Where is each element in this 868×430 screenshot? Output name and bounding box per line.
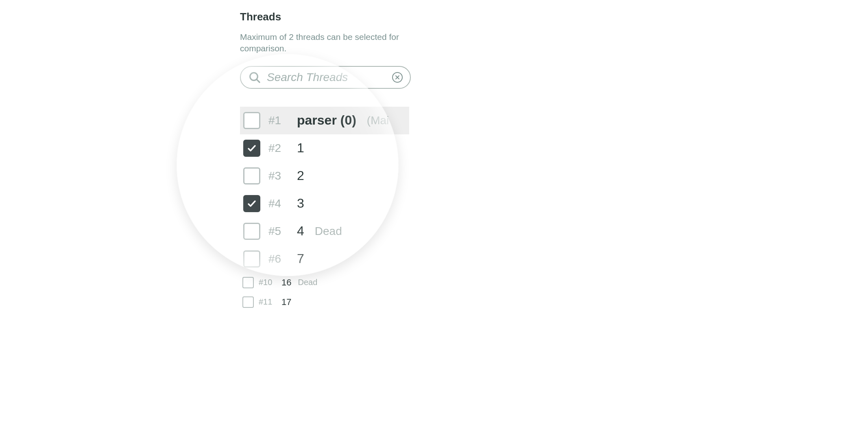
threads-panel: Threads Maximum of 2 threads can be sele… (240, 11, 411, 312)
panel-title: Threads (240, 11, 411, 23)
thread-name: 3 (297, 196, 304, 211)
search-input[interactable] (267, 71, 386, 84)
thread-checkbox[interactable] (243, 195, 260, 212)
svg-line-1 (257, 79, 260, 82)
thread-status: (Mai (367, 114, 389, 127)
thread-name: parser (0) (297, 113, 356, 128)
thread-checkbox[interactable] (242, 296, 254, 308)
thread-index: #10 (259, 278, 277, 287)
thread-name: 16 (281, 277, 291, 288)
thread-checkbox[interactable] (242, 277, 254, 288)
thread-index: #2 (268, 142, 289, 155)
thread-index: #1 (268, 114, 289, 127)
thread-status: Dead (315, 225, 342, 238)
clear-search-button[interactable] (392, 72, 403, 83)
thread-row[interactable]: #32 (240, 162, 409, 190)
thread-name: 4 (297, 224, 304, 239)
thread-row[interactable]: #1016Dead (240, 273, 409, 292)
thread-row[interactable]: #1parser (0)(Mai (240, 107, 409, 134)
thread-checkbox[interactable] (243, 140, 260, 157)
thread-checkbox[interactable] (243, 250, 260, 268)
thread-status: Dead (298, 278, 317, 287)
thread-index: #4 (268, 197, 289, 210)
check-icon (247, 143, 257, 153)
close-icon (395, 75, 400, 80)
thread-row[interactable]: #54Dead (240, 217, 409, 245)
thread-index: #6 (268, 252, 289, 265)
search-field-wrap (240, 66, 411, 89)
thread-row[interactable]: #21 (240, 134, 409, 162)
thread-checkbox[interactable] (243, 223, 260, 240)
thread-row[interactable]: #67 (240, 245, 409, 273)
panel-subtitle: Maximum of 2 threads can be selected for… (240, 31, 411, 55)
search-icon (248, 71, 261, 84)
thread-row[interactable]: #43 (240, 190, 409, 217)
thread-index: #3 (268, 169, 289, 182)
thread-name: 2 (297, 168, 304, 183)
thread-checkbox[interactable] (243, 167, 260, 184)
thread-name: 17 (281, 297, 291, 307)
thread-list: #1parser (0)(Mai#21#32#43#54Dead#67#1016… (240, 107, 411, 312)
check-icon (247, 199, 257, 208)
thread-name: 1 (297, 140, 304, 156)
thread-checkbox[interactable] (243, 112, 260, 129)
thread-index: #11 (259, 297, 277, 307)
thread-index: #5 (268, 225, 289, 238)
thread-row[interactable]: #1117 (240, 292, 409, 312)
thread-name: 7 (297, 251, 304, 266)
